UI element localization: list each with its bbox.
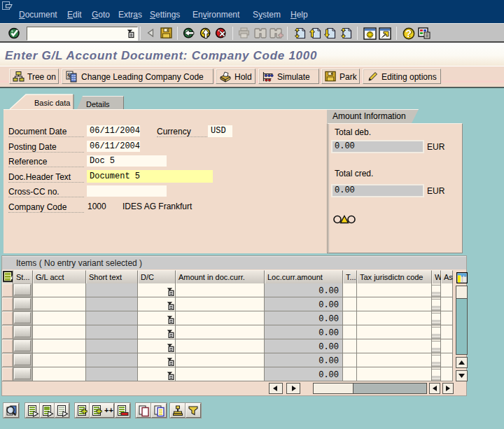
svg-text:§: § <box>67 71 71 78</box>
svg-text:?: ? <box>406 28 412 39</box>
